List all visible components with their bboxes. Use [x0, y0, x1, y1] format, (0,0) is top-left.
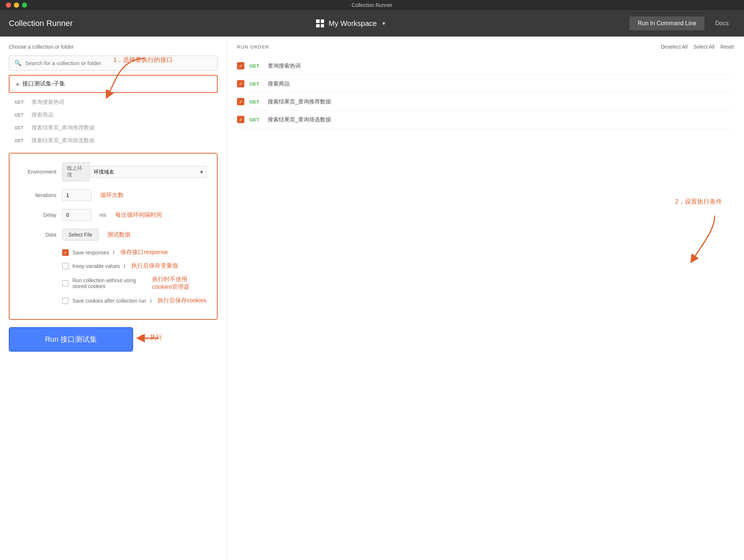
- api-name-2: 搜索商品: [31, 111, 53, 118]
- run-command-line-button[interactable]: Run In Command Line: [630, 16, 704, 30]
- select-all-button[interactable]: Select All: [694, 44, 715, 50]
- title-bar: Collection Runner: [0, 0, 744, 10]
- info-icon-save-responses[interactable]: ℹ: [113, 250, 114, 256]
- env-select-group: 线上环境 环境域名 ▾: [62, 162, 207, 181]
- api-item-3[interactable]: GET 搜索结果页_查询推荐数据: [13, 121, 218, 134]
- method-badge-2: GET: [15, 113, 28, 118]
- delay-label: Delay: [20, 212, 56, 218]
- data-annotation: 测试数据: [107, 231, 131, 239]
- annotation-3: 3，执行: [140, 333, 162, 341]
- environment-row: Environment 线上环境 环境域名 ▾: [20, 162, 207, 181]
- run-method-3: GET: [249, 99, 263, 105]
- workspace-icon: [316, 19, 324, 27]
- keep-variable-label: Keep variable values: [72, 263, 120, 269]
- run-order-title: RUN ORDER: [237, 44, 269, 50]
- iterations-annotation: 循环次数: [100, 192, 124, 199]
- api-name-3: 搜索结果页_查询推荐数据: [31, 124, 95, 131]
- run-checkbox-1[interactable]: [237, 62, 244, 69]
- minimize-button[interactable]: [14, 3, 19, 8]
- run-checkbox-3[interactable]: [237, 98, 244, 105]
- deselect-all-button[interactable]: Deselect All: [661, 44, 688, 50]
- save-cookies-annotation: 执行后保存cookies: [158, 297, 207, 304]
- window-title: Collection Runner: [352, 2, 392, 8]
- save-cookies-label: Save cookies after collection run: [72, 298, 146, 304]
- ms-label: ms: [99, 212, 106, 218]
- top-nav: Collection Runner My Workspace ▼ Run In …: [0, 10, 744, 37]
- search-icon: 🔍: [14, 60, 22, 67]
- annotation-2: 2，设置执行条件: [675, 197, 722, 206]
- data-row: Data Select File 测试数据: [20, 229, 207, 241]
- right-panel: RUN ORDER Deselect All Select All Reset …: [227, 37, 744, 560]
- no-cookies-label: Run collection without using stored cook…: [72, 277, 146, 289]
- run-order-item-1: GET 查询搜索热词: [237, 57, 734, 75]
- maximize-button[interactable]: [22, 3, 27, 8]
- traffic-lights: [6, 3, 27, 8]
- save-responses-label: Save responses: [72, 250, 109, 256]
- run-api-name-3: 搜索结果页_查询推荐数据: [268, 98, 331, 105]
- keep-variable-checkbox[interactable]: [62, 263, 69, 269]
- run-button-area: Run 接口测试集 3，执行: [9, 327, 218, 352]
- no-cookies-row: Run collection without using stored cook…: [20, 276, 207, 291]
- api-name-1: 查询搜索热词: [31, 99, 64, 106]
- select-file-button[interactable]: Select File: [62, 229, 98, 241]
- run-api-name-1: 查询搜索热词: [268, 63, 301, 69]
- run-checkbox-2[interactable]: [237, 80, 244, 87]
- iterations-row: Iterations 循环次数: [20, 189, 207, 201]
- iterations-label: Iterations: [20, 192, 56, 198]
- collection-expand-icon: ◀: [15, 82, 19, 87]
- reset-button[interactable]: Reset: [720, 44, 734, 50]
- delay-row: Delay ms 每次循环间隔时间: [20, 209, 207, 221]
- no-cookies-annotation: 执行时不使用cookies管理器: [152, 276, 207, 291]
- env-select-wrapper: 环境域名 ▾: [90, 166, 207, 178]
- run-order-actions: Deselect All Select All Reset: [661, 44, 734, 50]
- save-responses-row: Save responses ℹ 保存接口response: [20, 249, 207, 256]
- collection-item[interactable]: ◀ 接口测试集-子集: [9, 75, 218, 93]
- info-icon-keep-variable[interactable]: ℹ: [124, 263, 125, 269]
- run-api-name-2: 搜索商品: [268, 80, 290, 87]
- chevron-down-icon: ▼: [381, 20, 386, 26]
- keep-variable-row: Keep variable values ℹ 执行后保存变量值: [20, 262, 207, 270]
- main-content: Choose a collection or folder 1，选择要执行的接口…: [0, 37, 744, 560]
- method-badge-1: GET: [15, 100, 28, 105]
- panel-section-title: Choose a collection or folder: [9, 44, 218, 50]
- delay-input[interactable]: [62, 209, 91, 221]
- run-method-2: GET: [249, 81, 263, 87]
- method-badge-4: GET: [15, 138, 28, 143]
- api-item-2[interactable]: GET 搜索商品: [13, 109, 218, 121]
- workspace-selector[interactable]: My Workspace ▼: [316, 19, 386, 28]
- run-button[interactable]: Run 接口测试集: [9, 327, 133, 352]
- app-title: Collection Runner: [9, 19, 73, 28]
- search-box: 🔍: [9, 56, 218, 71]
- run-checkbox-4[interactable]: [237, 116, 244, 123]
- run-order-header: RUN ORDER Deselect All Select All Reset: [237, 44, 734, 50]
- search-input[interactable]: [25, 60, 212, 66]
- arrow-2: [685, 212, 729, 263]
- environment-select[interactable]: 环境域名: [90, 166, 207, 178]
- run-api-name-4: 搜索结果页_查询筛选数据: [268, 116, 331, 123]
- data-label: Data: [20, 232, 56, 238]
- save-responses-checkbox[interactable]: [62, 249, 69, 256]
- info-icon-save-cookies[interactable]: ℹ: [150, 298, 152, 304]
- docs-button[interactable]: Docs: [709, 16, 735, 30]
- run-method-1: GET: [249, 63, 263, 69]
- run-order-item-2: GET 搜索商品: [237, 75, 734, 93]
- api-item-4[interactable]: GET 搜索结果页_查询筛选数据: [13, 134, 218, 147]
- method-badge-3: GET: [15, 125, 28, 130]
- close-button[interactable]: [6, 3, 11, 8]
- run-order-item-3: GET 搜索结果页_查询推荐数据: [237, 93, 734, 111]
- delay-annotation: 每次循环间隔时间: [115, 211, 162, 219]
- api-item-1[interactable]: GET 查询搜索热词: [13, 96, 218, 109]
- run-order-list: GET 查询搜索热词 GET 搜索商品 GET 搜索结果页_查询推荐数据 GET…: [237, 57, 734, 129]
- iterations-input[interactable]: [62, 189, 91, 201]
- env-prefix: 线上环境: [62, 162, 90, 181]
- collection-name: 接口测试集-子集: [22, 80, 65, 88]
- no-cookies-checkbox[interactable]: [62, 280, 69, 287]
- save-cookies-row: Save cookies after collection run ℹ 执行后保…: [20, 297, 207, 304]
- save-cookies-checkbox[interactable]: [62, 298, 69, 304]
- run-method-4: GET: [249, 117, 263, 122]
- api-name-4: 搜索结果页_查询筛选数据: [31, 137, 95, 144]
- left-panel: Choose a collection or folder 1，选择要执行的接口…: [0, 37, 227, 560]
- environment-label: Environment: [20, 169, 56, 175]
- workspace-label: My Workspace: [328, 19, 377, 28]
- run-order-item-4: GET 搜索结果页_查询筛选数据: [237, 111, 734, 129]
